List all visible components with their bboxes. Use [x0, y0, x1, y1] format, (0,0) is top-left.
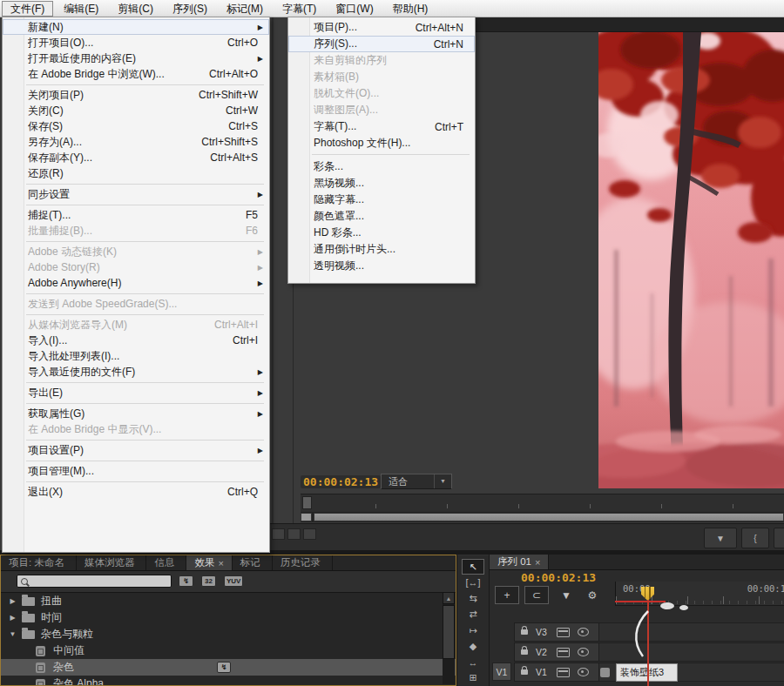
sequence-tab[interactable]: 序列 01 × [490, 555, 549, 569]
monitor-mini-button[interactable] [303, 528, 316, 540]
menu-item[interactable]: 隐藏字幕... [288, 192, 475, 208]
menu-item[interactable]: 来自剪辑的序列 [288, 52, 475, 69]
menu-item[interactable]: 打开最近使用的内容(E) ▶ [3, 50, 269, 66]
menubar-item[interactable]: 序列(S) [164, 1, 216, 17]
track-content[interactable] [599, 622, 784, 642]
zoom-level-select[interactable]: 适合 ▼ [381, 474, 452, 489]
menu-item[interactable] [288, 151, 475, 158]
menu-item[interactable]: 退出(X) Ctrl+Q [3, 484, 269, 500]
track-content[interactable]: 装饰壁纸3 [599, 662, 784, 682]
menu-item[interactable]: 导入最近使用的文件(F) ▶ [3, 364, 269, 380]
menu-item[interactable]: 颜色遮罩... [288, 208, 475, 225]
menu-item[interactable]: 发送到 Adobe SpeedGrade(S)... [3, 296, 269, 312]
menu-item[interactable]: 黑场视频... [288, 175, 475, 192]
menu-item[interactable]: 关闭项目(P) Ctrl+Shift+W [3, 87, 269, 103]
track-output-icon[interactable] [578, 648, 589, 656]
menu-item[interactable]: 导出(E) ▶ [3, 385, 269, 400]
timeline-timecode[interactable]: 00:00:02:13 [521, 571, 596, 584]
rate-stretch-tool[interactable]: ↦ [462, 622, 484, 638]
menubar-item[interactable]: 窗口(W) [327, 1, 382, 17]
panel-tab[interactable]: 媒体浏览器 [77, 555, 147, 570]
menu-item[interactable]: Photoshop 文件(H)... [288, 135, 475, 151]
razor-tool[interactable]: ◆ [462, 638, 484, 654]
accelerated-effects-badge[interactable]: ↯ [179, 575, 193, 587]
effects-scrollbar[interactable]: ▲ [443, 592, 455, 684]
trim-button[interactable]: { [741, 528, 769, 548]
menu-item[interactable]: 通用倒计时片头... [288, 241, 475, 258]
lock-icon[interactable] [521, 629, 528, 635]
menubar-item[interactable]: 标记(M) [218, 1, 272, 17]
menu-item[interactable]: 脱机文件(O)... [288, 85, 475, 102]
menu-item[interactable]: 彩条... [288, 158, 475, 175]
panel-tab[interactable]: 信息 [146, 555, 186, 570]
monitor-mini-button[interactable] [272, 528, 285, 540]
selection-tool[interactable]: ↖ [462, 559, 484, 575]
menu-item[interactable]: 调整图层(A)... [288, 102, 475, 118]
menu-item[interactable]: 获取属性(G) ▶ [3, 406, 269, 421]
source-track-indicator[interactable]: V1 [492, 662, 511, 681]
track-output-icon[interactable] [578, 628, 589, 636]
menu-item[interactable]: 从媒体浏览器导入(M) Ctrl+Alt+I [3, 317, 269, 333]
ripple-edit-tool[interactable]: ⇆ [462, 591, 484, 607]
menu-item[interactable]: 保存副本(Y)... Ctrl+Alt+S [3, 150, 269, 165]
menu-item[interactable]: 捕捉(T)... F5 [3, 207, 269, 223]
monitor-time-ruler[interactable] [301, 494, 784, 512]
track-select-tool[interactable]: [↔] [462, 575, 484, 590]
menu-item[interactable]: Adobe Story(R) ▶ [3, 259, 269, 275]
yuv-badge[interactable]: YUV [224, 575, 243, 587]
menu-item[interactable]: 项目(P)... Ctrl+Alt+N [288, 19, 475, 36]
panel-tab[interactable]: 标记 [233, 555, 273, 570]
insert-overwrite-button[interactable]: + [495, 586, 519, 604]
track-settings-icon[interactable] [557, 628, 570, 637]
menu-item[interactable]: 在 Adobe Bridge 中显示(V)... [3, 421, 269, 437]
menubar-item[interactable]: 剪辑(C) [109, 1, 162, 17]
snap-button[interactable]: ⊂ [524, 586, 549, 604]
menu-item[interactable]: 保存(S) Ctrl+S [3, 118, 269, 134]
expand-caret-icon[interactable]: ▼ [7, 630, 18, 638]
scroll-up-icon[interactable]: ▲ [443, 592, 455, 604]
close-icon[interactable]: × [535, 557, 540, 568]
effects-tree-row[interactable]: 中间值 [1, 642, 456, 659]
menu-item[interactable]: 导入(I)... Ctrl+I [3, 333, 269, 348]
scrollbar-thumb[interactable] [443, 605, 455, 659]
menu-item[interactable]: 另存为(A)... Ctrl+Shift+S [3, 134, 269, 150]
lock-icon[interactable] [521, 669, 528, 675]
lock-icon[interactable] [521, 649, 528, 655]
menu-item[interactable]: 序列(S)... Ctrl+N [288, 36, 475, 52]
monitor-mini-button[interactable] [287, 528, 301, 540]
track-settings-icon[interactable] [557, 668, 570, 677]
program-timecode[interactable]: 00:00:02:13 [301, 475, 381, 488]
transport-button-clipped[interactable] [774, 528, 784, 548]
expand-caret-icon[interactable]: ▶ [7, 597, 18, 605]
panel-tab[interactable]: 历史记录 [273, 555, 333, 570]
menubar-item[interactable]: 帮助(H) [384, 1, 437, 17]
menu-item[interactable]: 打开项目(O)... Ctrl+O [3, 35, 269, 50]
menubar-item[interactable]: 字幕(T) [274, 1, 325, 17]
menu-item[interactable]: 同步设置 ▶ [3, 186, 269, 202]
rolling-edit-tool[interactable]: ⇄ [462, 607, 484, 622]
scrollbar-thumb[interactable] [314, 513, 784, 521]
track-content[interactable] [599, 642, 784, 662]
menubar-item[interactable]: 文件(F) [2, 1, 53, 17]
expand-caret-icon[interactable]: ▶ [7, 614, 18, 622]
panel-tab[interactable]: 效果 × [186, 555, 232, 570]
add-marker-button[interactable]: ▼ [704, 528, 737, 548]
slide-tool[interactable]: ⊞ [462, 670, 484, 686]
work-area-bar[interactable] [615, 601, 666, 602]
effects-tree-row[interactable]: ▶ 扭曲 [1, 593, 456, 609]
menu-item[interactable]: 导入批处理列表(I)... [3, 348, 269, 364]
menu-item[interactable]: 关闭(C) Ctrl+W [3, 103, 269, 118]
panel-tab[interactable]: 项目: 未命名 [1, 555, 77, 570]
menu-item[interactable]: 项目设置(P) ▶ [3, 442, 269, 458]
scrollbar-handle[interactable] [301, 513, 312, 521]
track-settings-icon[interactable] [557, 648, 570, 657]
close-icon[interactable]: × [218, 558, 223, 568]
monitor-scrollbar[interactable] [301, 512, 784, 522]
menu-item[interactable]: Adobe 动态链接(K) ▶ [3, 244, 269, 259]
effects-tree-row[interactable]: 杂色 Alpha [1, 676, 456, 686]
menu-item[interactable]: 新建(N) ▶ [3, 19, 269, 35]
32bit-badge[interactable]: 32 [201, 575, 216, 587]
menu-item[interactable]: 项目管理(M)... [3, 463, 269, 479]
menubar-item[interactable]: 编辑(E) [55, 1, 107, 17]
menu-item[interactable]: 素材箱(B) [288, 69, 475, 85]
